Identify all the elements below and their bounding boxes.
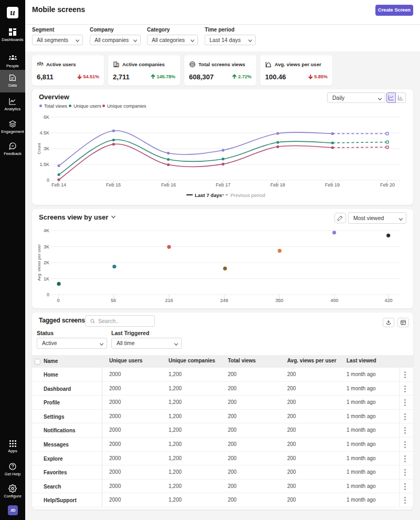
- svg-text:0: 0: [47, 292, 49, 297]
- svg-text:Feb 17: Feb 17: [216, 182, 230, 188]
- svg-text:Avg. views per user: Avg. views per user: [37, 244, 41, 281]
- svg-text:Feb 16: Feb 16: [161, 182, 176, 188]
- svg-text:Feb 18: Feb 18: [270, 182, 285, 188]
- svg-text:420: 420: [384, 298, 392, 303]
- svg-text:Feb 20: Feb 20: [380, 182, 395, 188]
- svg-text:1K: 1K: [44, 276, 49, 282]
- svg-text:Last 7 days: Last 7 days: [195, 192, 222, 198]
- svg-text:249: 249: [220, 298, 228, 303]
- svg-text:Feb 14: Feb 14: [51, 182, 66, 188]
- svg-text:Previous period: Previous period: [230, 192, 265, 198]
- svg-text:0: 0: [57, 298, 59, 303]
- svg-text:3K: 3K: [44, 244, 49, 249]
- svg-text:Feb 19: Feb 19: [325, 182, 340, 188]
- svg-text:3K: 3K: [44, 146, 49, 151]
- svg-text:2K: 2K: [44, 260, 49, 265]
- svg-text:216: 216: [165, 298, 173, 303]
- svg-text:4.5K: 4.5K: [39, 130, 49, 136]
- svg-text:1.5K: 1.5K: [39, 162, 49, 167]
- svg-text:6K: 6K: [44, 115, 49, 120]
- svg-text:56: 56: [111, 298, 116, 303]
- svg-text:Count: Count: [37, 143, 41, 154]
- svg-text:400: 400: [330, 298, 338, 303]
- svg-text:0: 0: [47, 178, 49, 183]
- svg-text:350: 350: [275, 298, 283, 303]
- svg-text:4K: 4K: [44, 228, 49, 233]
- svg-text:Feb 15: Feb 15: [106, 182, 121, 188]
